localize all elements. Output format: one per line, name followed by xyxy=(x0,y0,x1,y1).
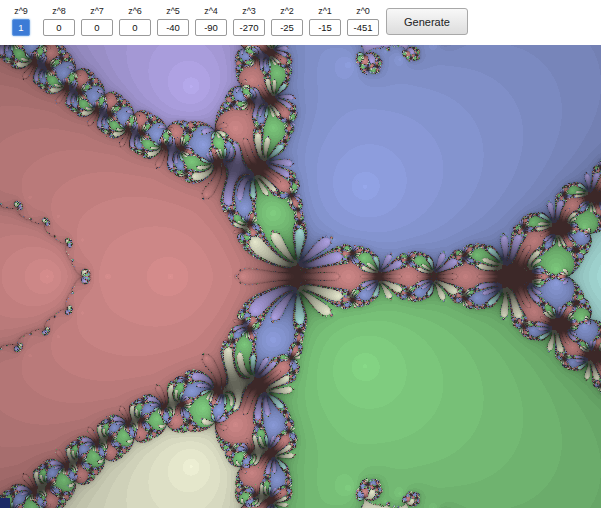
bottom-left-corner-square xyxy=(0,498,10,508)
coefficient-input-z8[interactable] xyxy=(43,19,75,36)
coefficient-field-z6: z^6 xyxy=(116,3,154,36)
coefficient-input-z2[interactable] xyxy=(271,19,303,36)
coefficient-input-z6[interactable] xyxy=(119,19,151,36)
coefficient-field-z5: z^5 xyxy=(154,3,192,36)
coefficient-field-z1: z^1 xyxy=(306,3,344,36)
coefficient-label-z6: z^6 xyxy=(128,5,142,17)
coefficient-field-z3: z^3 xyxy=(230,3,268,36)
coefficient-label-z1: z^1 xyxy=(318,5,332,17)
coefficient-field-z2: z^2 xyxy=(268,3,306,36)
coefficient-field-z9: z^9 xyxy=(2,3,40,36)
coefficient-label-z2: z^2 xyxy=(280,5,294,17)
coefficient-label-z8: z^8 xyxy=(52,5,66,17)
coefficient-field-z4: z^4 xyxy=(192,3,230,36)
coefficient-field-z8: z^8 xyxy=(40,3,78,36)
fractal-stage xyxy=(0,45,601,508)
coefficient-toolbar: z^9 z^8 z^7 z^6 z^5 z^4 z^3 z^2 z^1 z^0 … xyxy=(0,0,601,45)
coefficient-label-z0: z^0 xyxy=(356,5,370,17)
coefficient-label-z5: z^5 xyxy=(166,5,180,17)
coefficient-input-z7[interactable] xyxy=(81,19,113,36)
coefficient-field-z7: z^7 xyxy=(78,3,116,36)
coefficient-label-z9: z^9 xyxy=(14,5,28,17)
coefficient-label-z4: z^4 xyxy=(204,5,218,17)
generate-button[interactable]: Generate xyxy=(386,8,468,35)
coefficient-field-z0: z^0 xyxy=(344,3,382,36)
coefficient-label-z3: z^3 xyxy=(242,5,256,17)
coefficient-input-z1[interactable] xyxy=(309,19,341,36)
fractal-canvas xyxy=(0,45,601,508)
coefficient-input-z3[interactable] xyxy=(233,19,265,36)
coefficient-input-z4[interactable] xyxy=(195,19,227,36)
coefficient-input-z0[interactable] xyxy=(347,19,379,36)
coefficient-input-z9[interactable] xyxy=(12,19,30,36)
coefficient-label-z7: z^7 xyxy=(90,5,104,17)
coefficient-input-z5[interactable] xyxy=(157,19,189,36)
